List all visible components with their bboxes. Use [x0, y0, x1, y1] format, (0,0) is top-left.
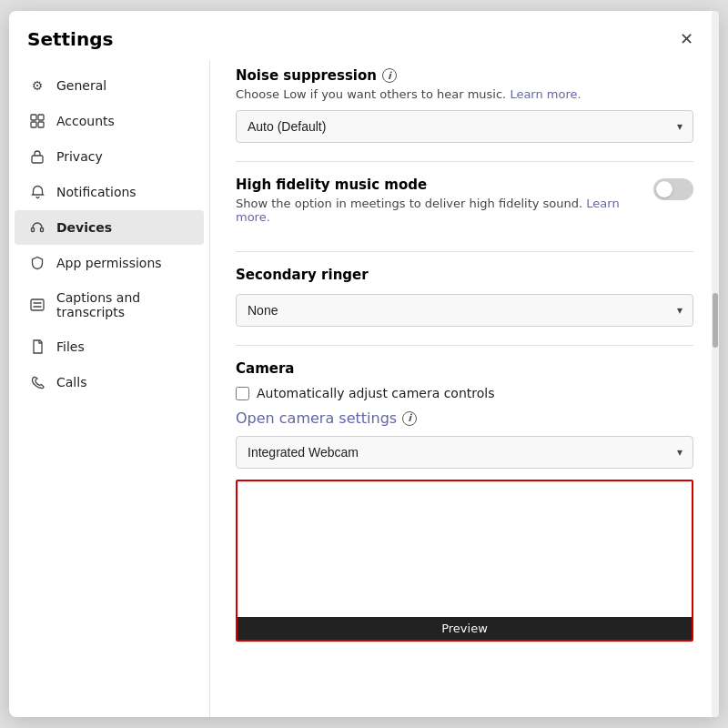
svg-rect-5	[32, 228, 35, 232]
dialog-header: Settings ✕	[9, 11, 719, 60]
camera-checkbox-row: Automatically adjust camera controls	[236, 386, 693, 400]
caption-icon	[29, 297, 46, 313]
close-button[interactable]: ✕	[672, 25, 701, 53]
svg-rect-7	[31, 299, 44, 310]
person-icon	[29, 113, 46, 129]
preview-bar-label: Preview	[238, 617, 692, 640]
svg-rect-2	[31, 122, 36, 127]
phone-icon	[29, 374, 46, 390]
sidebar-label-devices: Devices	[56, 220, 112, 235]
file-icon	[29, 339, 46, 355]
sidebar-label-notifications: Notifications	[56, 185, 136, 199]
scrollbar-track[interactable]	[712, 60, 719, 717]
sidebar-item-captions[interactable]: Captions and transcripts	[15, 281, 204, 329]
secondary-ringer-title: Secondary ringer	[236, 267, 693, 283]
sidebar-label-app-permissions: App permissions	[56, 256, 162, 270]
sidebar-item-devices[interactable]: Devices	[15, 210, 204, 245]
sidebar-item-privacy[interactable]: Privacy	[15, 139, 204, 174]
open-camera-settings-link[interactable]: Open camera settings	[236, 410, 397, 427]
high-fidelity-row: High fidelity music mode Show the option…	[236, 177, 693, 233]
camera-preview: Preview	[236, 480, 693, 642]
sidebar-label-accounts: Accounts	[56, 114, 115, 128]
camera-auto-adjust-checkbox[interactable]	[236, 387, 249, 400]
noise-suppression-dropdown-wrapper: Auto (Default) High Low Off ▾	[236, 110, 693, 143]
shield-icon	[29, 255, 46, 271]
sidebar-label-privacy: Privacy	[56, 149, 103, 164]
svg-rect-4	[32, 156, 43, 163]
svg-rect-3	[38, 122, 44, 127]
sidebar-item-notifications[interactable]: Notifications	[15, 175, 204, 209]
sidebar-item-accounts[interactable]: Accounts	[15, 104, 204, 138]
camera-dropdown-wrapper: Integrated Webcam External Webcam ▾	[236, 436, 693, 469]
sidebar-item-files[interactable]: Files	[15, 329, 204, 364]
divider-3	[236, 345, 693, 346]
sidebar-item-general[interactable]: ⚙ General	[15, 68, 204, 103]
svg-rect-6	[41, 228, 44, 232]
sidebar: ⚙ General Accounts Privacy Notificat	[9, 60, 209, 717]
noise-suppression-desc: Choose Low if you want others to hear mu…	[236, 87, 693, 101]
high-fidelity-section: High fidelity music mode Show the option…	[236, 177, 693, 233]
toggle-track	[653, 178, 693, 200]
camera-section: Camera Automatically adjust camera contr…	[236, 360, 693, 642]
camera-checkbox-label[interactable]: Automatically adjust camera controls	[257, 386, 495, 400]
headset-icon	[29, 219, 46, 236]
secondary-ringer-section: Secondary ringer None Speaker Headphones…	[236, 267, 693, 327]
high-fidelity-left: High fidelity music mode Show the option…	[236, 177, 639, 233]
gear-icon: ⚙	[29, 77, 46, 94]
main-content: Noise suppression i Choose Low if you wa…	[209, 60, 719, 717]
high-fidelity-title: High fidelity music mode	[236, 177, 639, 193]
sidebar-label-captions: Captions and transcripts	[56, 290, 189, 319]
secondary-ringer-dropdown[interactable]: None Speaker Headphones	[236, 294, 693, 327]
sidebar-item-calls[interactable]: Calls	[15, 365, 204, 399]
dialog-title: Settings	[27, 28, 113, 50]
svg-rect-0	[31, 115, 36, 120]
high-fidelity-toggle[interactable]	[653, 178, 693, 200]
sidebar-label-general: General	[56, 78, 106, 93]
noise-suppression-title: Noise suppression i	[236, 67, 693, 84]
toggle-thumb	[656, 181, 672, 197]
divider-1	[236, 161, 693, 162]
camera-dropdown[interactable]: Integrated Webcam External Webcam	[236, 436, 693, 469]
high-fidelity-desc: Show the option in meetings to deliver h…	[236, 197, 639, 224]
noise-suppression-section: Noise suppression i Choose Low if you wa…	[236, 67, 693, 143]
sidebar-item-app-permissions[interactable]: App permissions	[15, 246, 204, 280]
scrollbar-thumb[interactable]	[713, 293, 718, 348]
camera-title: Camera	[236, 360, 693, 377]
svg-rect-1	[38, 115, 44, 120]
sidebar-label-calls: Calls	[56, 375, 86, 389]
dialog-body: ⚙ General Accounts Privacy Notificat	[9, 60, 719, 717]
divider-2	[236, 251, 693, 252]
lock-icon	[29, 148, 46, 165]
noise-suppression-info-icon[interactable]: i	[382, 68, 397, 83]
noise-suppression-dropdown[interactable]: Auto (Default) High Low Off	[236, 110, 693, 143]
settings-dialog: Settings ✕ ⚙ General Accounts Privacy	[9, 11, 719, 717]
camera-settings-info-icon[interactable]: i	[402, 411, 417, 426]
secondary-ringer-dropdown-wrapper: None Speaker Headphones ▾	[236, 294, 693, 327]
bell-icon	[29, 184, 46, 200]
noise-suppression-learn-more[interactable]: Learn more.	[510, 87, 581, 101]
sidebar-label-files: Files	[56, 339, 85, 354]
